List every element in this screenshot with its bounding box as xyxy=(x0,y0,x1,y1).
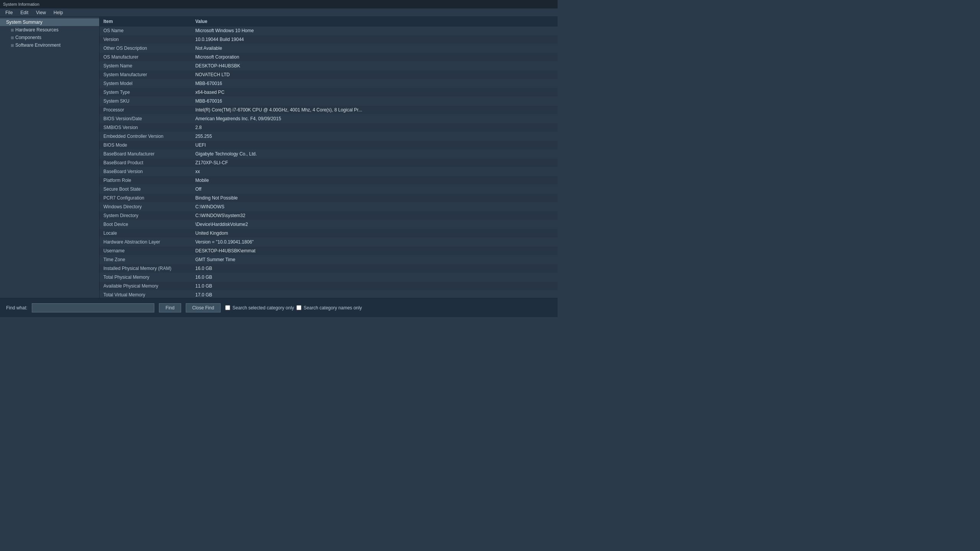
main-layout: System Summary⊞Hardware Resources⊞Compon… xyxy=(0,17,558,298)
table-row[interactable]: BaseBoard ManufacturerGigabyte Technolog… xyxy=(100,150,558,159)
table-row[interactable]: PCR7 ConfigurationBinding Not Possible xyxy=(100,194,558,203)
search-names-checkbox[interactable] xyxy=(296,305,301,310)
table-row[interactable]: Total Virtual Memory17.0 GB xyxy=(100,291,558,298)
table-row[interactable]: Other OS DescriptionNot Available xyxy=(100,44,558,53)
cell-item: BIOS Version/Date xyxy=(100,114,191,123)
cell-item: System Name xyxy=(100,62,191,70)
titlebar-text: System Information xyxy=(3,2,39,7)
menu-item-file[interactable]: File xyxy=(2,9,16,16)
table-row[interactable]: Windows DirectoryC:\WINDOWS xyxy=(100,203,558,211)
table-row[interactable]: Version10.0.19044 Build 19044 xyxy=(100,35,558,44)
cell-value: Microsoft Windows 10 Home xyxy=(191,26,558,35)
cell-item: PCR7 Configuration xyxy=(100,194,191,203)
system-info-table: Item Value OS NameMicrosoft Windows 10 H… xyxy=(100,17,558,298)
expand-icon: ⊞ xyxy=(11,43,14,47)
cell-value: C:\WINDOWS xyxy=(191,203,558,211)
table-row[interactable]: SMBIOS Version2.8 xyxy=(100,123,558,132)
table-row[interactable]: Available Physical Memory11.0 GB xyxy=(100,282,558,291)
table-row[interactable]: ProcessorIntel(R) Core(TM) i7-6700K CPU … xyxy=(100,106,558,114)
cell-item: Time Zone xyxy=(100,255,191,264)
menu-item-help[interactable]: Help xyxy=(50,9,67,16)
table-row[interactable]: Secure Boot StateOff xyxy=(100,185,558,194)
cell-item: Installed Physical Memory (RAM) xyxy=(100,264,191,273)
table-row[interactable]: OS NameMicrosoft Windows 10 Home xyxy=(100,26,558,35)
cell-item: OS Name xyxy=(100,26,191,35)
table-row[interactable]: BaseBoard Versionxx xyxy=(100,167,558,176)
cell-item: System Model xyxy=(100,79,191,88)
table-row[interactable]: System ModelMBB-670016 xyxy=(100,79,558,88)
table-row[interactable]: Boot Device\Device\HarddiskVolume2 xyxy=(100,220,558,229)
expand-icon: ⊞ xyxy=(11,36,14,40)
col-item: Item xyxy=(100,17,191,26)
content-area: Item Value OS NameMicrosoft Windows 10 H… xyxy=(100,17,558,298)
find-label: Find what: xyxy=(6,305,27,311)
cell-item: System Type xyxy=(100,88,191,97)
table-row[interactable]: System DirectoryC:\WINDOWS\system32 xyxy=(100,211,558,220)
table-row[interactable]: System NameDESKTOP-H4UBSBK xyxy=(100,62,558,70)
menu-item-view[interactable]: View xyxy=(32,9,50,16)
table-row[interactable]: System ManufacturerNOVATECH LTD xyxy=(100,70,558,79)
table-row[interactable]: System SKUMBB-670016 xyxy=(100,97,558,106)
search-options: Search selected category only Search cat… xyxy=(225,305,362,311)
cell-value: Microsoft Corporation xyxy=(191,53,558,62)
search-selected-checkbox[interactable] xyxy=(225,305,230,310)
cell-item: Platform Role xyxy=(100,176,191,185)
table-row[interactable]: Total Physical Memory16.0 GB xyxy=(100,273,558,282)
cell-item: Available Physical Memory xyxy=(100,282,191,291)
cell-value: 17.0 GB xyxy=(191,291,558,298)
titlebar: System Information xyxy=(0,0,558,8)
cell-value: NOVATECH LTD xyxy=(191,70,558,79)
table-row[interactable]: BIOS ModeUEFI xyxy=(100,141,558,150)
find-button[interactable]: Find xyxy=(159,303,181,312)
sidebar-item-hardware-resources[interactable]: ⊞Hardware Resources xyxy=(0,26,99,34)
sidebar-item-software-environment[interactable]: ⊞Software Environment xyxy=(0,41,99,49)
cell-value: 2.8 xyxy=(191,123,558,132)
find-input[interactable] xyxy=(32,303,154,312)
cell-item: OS Manufacturer xyxy=(100,53,191,62)
cell-item: Username xyxy=(100,247,191,255)
table-row[interactable]: LocaleUnited Kingdom xyxy=(100,229,558,238)
table-row[interactable]: BaseBoard ProductZ170XP-SLI-CF xyxy=(100,159,558,167)
sidebar-label: System Summary xyxy=(6,20,43,25)
table-row[interactable]: Installed Physical Memory (RAM)16.0 GB xyxy=(100,264,558,273)
cell-item: BaseBoard Manufacturer xyxy=(100,150,191,159)
cell-item: Secure Boot State xyxy=(100,185,191,194)
cell-value: MBB-670016 xyxy=(191,79,558,88)
cell-value: DESKTOP-H4UBSBK xyxy=(191,62,558,70)
table-row[interactable]: System Typex64-based PC xyxy=(100,88,558,97)
cell-item: Processor xyxy=(100,106,191,114)
close-find-button[interactable]: Close Find xyxy=(186,303,221,312)
menu-item-edit[interactable]: Edit xyxy=(16,9,32,16)
table-header-row: Item Value xyxy=(100,17,558,26)
menubar: FileEditViewHelp xyxy=(0,8,558,17)
table-row[interactable]: Embedded Controller Version255.255 xyxy=(100,132,558,141)
cell-item: SMBIOS Version xyxy=(100,123,191,132)
cell-value: Intel(R) Core(TM) i7-6700K CPU @ 4.00GHz… xyxy=(191,106,558,114)
cell-value: 10.0.19044 Build 19044 xyxy=(191,35,558,44)
sidebar-item-system-summary[interactable]: System Summary xyxy=(0,18,99,26)
table-row[interactable]: OS ManufacturerMicrosoft Corporation xyxy=(100,53,558,62)
table-row[interactable]: Time ZoneGMT Summer Time xyxy=(100,255,558,264)
table-row[interactable]: UsernameDESKTOP-H4UBSBK\emmat xyxy=(100,247,558,255)
cell-item: Total Virtual Memory xyxy=(100,291,191,298)
table-row[interactable]: Platform RoleMobile xyxy=(100,176,558,185)
cell-value: Off xyxy=(191,185,558,194)
table-row[interactable]: BIOS Version/DateAmerican Megatrends Inc… xyxy=(100,114,558,123)
col-value: Value xyxy=(191,17,558,26)
sidebar-label: Components xyxy=(15,35,41,40)
cell-value: 16.0 GB xyxy=(191,264,558,273)
search-selected-label: Search selected category only xyxy=(232,305,294,311)
cell-item: Other OS Description xyxy=(100,44,191,53)
findbar: Find what: Find Close Find Search select… xyxy=(0,298,558,317)
cell-item: BaseBoard Product xyxy=(100,159,191,167)
cell-value: Mobile xyxy=(191,176,558,185)
cell-value: DESKTOP-H4UBSBK\emmat xyxy=(191,247,558,255)
sidebar-label: Hardware Resources xyxy=(15,27,59,33)
cell-value: C:\WINDOWS\system32 xyxy=(191,211,558,220)
cell-value: UEFI xyxy=(191,141,558,150)
cell-item: BaseBoard Version xyxy=(100,167,191,176)
table-row[interactable]: Hardware Abstraction LayerVersion = "10.… xyxy=(100,238,558,247)
cell-value: United Kingdom xyxy=(191,229,558,238)
cell-item: System Manufacturer xyxy=(100,70,191,79)
sidebar-item-components[interactable]: ⊞Components xyxy=(0,34,99,41)
